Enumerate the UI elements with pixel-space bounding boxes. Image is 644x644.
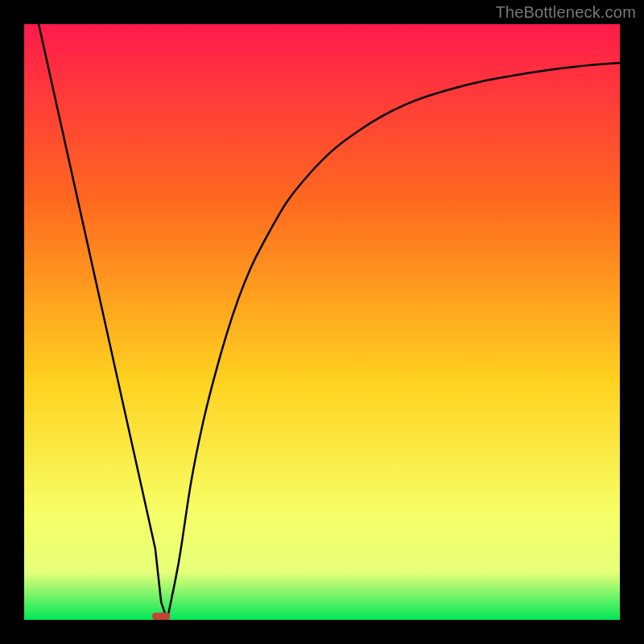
- watermark-text: TheBottleneck.com: [495, 3, 636, 22]
- gradient-background: [24, 24, 620, 620]
- chart-frame: TheBottleneck.com: [0, 0, 644, 644]
- bottleneck-chart: [24, 24, 620, 620]
- minimum-marker: [152, 613, 170, 620]
